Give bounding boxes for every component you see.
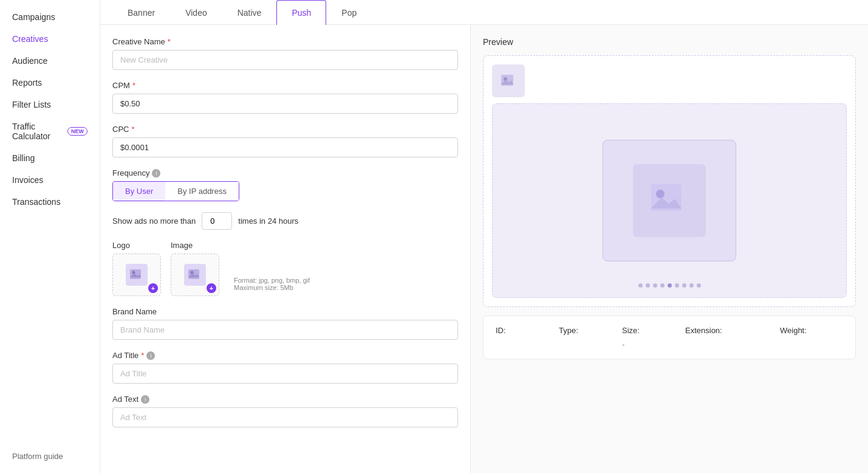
sidebar-item-reports[interactable]: Reports <box>0 72 100 94</box>
required-marker: * <box>132 81 135 90</box>
creative-name-input[interactable] <box>112 50 458 70</box>
show-ads-row: Show ads no more than times in 24 hours <box>112 212 458 230</box>
dot-8 <box>689 283 694 288</box>
frequency-by-user-button[interactable]: By User <box>113 182 165 201</box>
logo-label: Logo <box>112 241 161 250</box>
ad-text-input[interactable] <box>112 407 458 427</box>
creative-name-group: Creative Name * <box>112 37 458 70</box>
sidebar-item-traffic-calculator[interactable]: Traffic Calculator NEW <box>0 116 100 147</box>
sidebar-item-label: Creatives <box>12 34 48 44</box>
brand-name-input[interactable] <box>112 320 458 340</box>
show-ads-group: Show ads no more than times in 24 hours <box>112 212 458 230</box>
info-table: ID: Type: Size: Extension: Weight: - <box>483 316 856 359</box>
sidebar-item-creatives[interactable]: Creatives <box>0 28 100 50</box>
logo-icon-placeholder <box>126 264 148 286</box>
type-header: Type: <box>559 326 622 335</box>
id-header: ID: <box>496 326 559 335</box>
ad-text-group: Ad Text i <box>112 395 458 427</box>
sidebar-item-billing[interactable]: Billing <box>0 147 100 169</box>
preview-small-icon <box>492 64 525 97</box>
id-value <box>496 340 559 349</box>
image-label: Image <box>171 241 219 250</box>
sidebar-item-label: Transactions <box>12 197 61 207</box>
extension-header: Extension: <box>685 326 780 335</box>
sidebar-item-audience[interactable]: Audience <box>0 50 100 72</box>
tab-native[interactable]: Native <box>222 0 277 25</box>
platform-guide-link[interactable]: Platform guide <box>0 446 100 467</box>
tab-pop[interactable]: Pop <box>326 0 372 25</box>
new-badge: NEW <box>67 127 87 136</box>
sidebar-item-label: Audience <box>12 56 47 66</box>
cpc-input[interactable] <box>112 137 458 157</box>
preview-large-area <box>492 103 847 298</box>
dot-7 <box>682 283 686 288</box>
sidebar-item-label: Traffic Calculator <box>12 122 63 141</box>
dot-1 <box>638 283 643 288</box>
cpc-group: CPC * <box>112 125 458 157</box>
frequency-group: Frequency i By User By IP address <box>112 168 458 201</box>
ad-title-info-icon[interactable]: i <box>146 351 155 360</box>
frequency-info-icon[interactable]: i <box>152 169 160 178</box>
frequency-label: Frequency i <box>112 168 458 178</box>
dot-4 <box>660 283 665 288</box>
ad-title-group: Ad Title * i <box>112 351 458 384</box>
preview-notification-area <box>483 55 856 307</box>
required-marker: * <box>131 125 134 134</box>
info-table-body: - <box>496 340 843 349</box>
required-marker: * <box>168 37 171 46</box>
cpm-label: CPM * <box>112 81 458 90</box>
cpm-input[interactable] <box>112 94 458 114</box>
size-header: Size: <box>622 326 685 335</box>
cpm-group: CPM * <box>112 81 458 114</box>
image-icon-placeholder <box>184 264 206 286</box>
frequency-by-ip-button[interactable]: By IP address <box>165 182 239 201</box>
weight-header: Weight: <box>780 326 843 335</box>
dot-2 <box>646 283 650 288</box>
ad-text-info-icon[interactable]: i <box>141 395 149 404</box>
logo-col: Logo + <box>112 241 161 296</box>
tab-push[interactable]: Push <box>276 0 326 25</box>
sidebar-item-campaigns[interactable]: Campaigns <box>0 6 100 28</box>
tab-bar: Banner Video Native Push Pop <box>100 0 868 25</box>
sidebar-item-label: Billing <box>12 153 35 163</box>
cpc-label: CPC * <box>112 125 458 134</box>
tab-video[interactable]: Video <box>170 0 222 25</box>
type-value <box>559 340 622 349</box>
sidebar-item-filter-lists[interactable]: Filter Lists <box>0 94 100 116</box>
tab-banner[interactable]: Banner <box>112 0 170 25</box>
image-add-button[interactable]: + <box>207 283 216 293</box>
preview-img-placeholder <box>633 164 706 237</box>
sidebar: Campaigns Creatives Audience Reports Fil… <box>0 0 100 473</box>
ad-text-label: Ad Text i <box>112 395 458 404</box>
image-upload-box[interactable]: + <box>171 254 219 296</box>
sidebar-item-label: Invoices <box>12 175 43 185</box>
sidebar-item-invoices[interactable]: Invoices <box>0 169 100 191</box>
size-value: - <box>622 340 685 349</box>
sidebar-item-label: Reports <box>12 78 42 88</box>
weight-value <box>780 340 843 349</box>
brand-name-label: Brand Name <box>112 307 458 316</box>
sidebar-item-transactions[interactable]: Transactions <box>0 191 100 213</box>
frequency-toggle: By User By IP address <box>112 181 239 201</box>
logo-add-button[interactable]: + <box>148 283 158 293</box>
creative-name-label: Creative Name * <box>112 37 458 46</box>
ad-title-label: Ad Title * i <box>112 351 458 360</box>
logo-image-group: Logo + <box>112 241 458 296</box>
preview-panel: Preview <box>471 25 868 473</box>
dot-3 <box>653 283 657 288</box>
logo-upload-box[interactable]: + <box>112 254 161 296</box>
dot-6 <box>675 283 679 288</box>
dot-9 <box>697 283 701 288</box>
sidebar-item-label: Filter Lists <box>12 100 51 109</box>
ad-title-input[interactable] <box>112 364 458 384</box>
required-marker: * <box>141 351 144 360</box>
upload-row: Logo + <box>112 241 458 296</box>
dot-5 <box>668 283 672 288</box>
content-area: Creative Name * CPM * CPC * <box>100 25 868 473</box>
image-col: Image + <box>171 241 219 296</box>
form-panel: Creative Name * CPM * CPC * <box>100 25 471 473</box>
sidebar-item-label: Campaigns <box>12 12 55 22</box>
brand-name-group: Brand Name <box>112 307 458 340</box>
svg-point-10 <box>656 190 665 198</box>
show-ads-input[interactable] <box>202 212 232 230</box>
